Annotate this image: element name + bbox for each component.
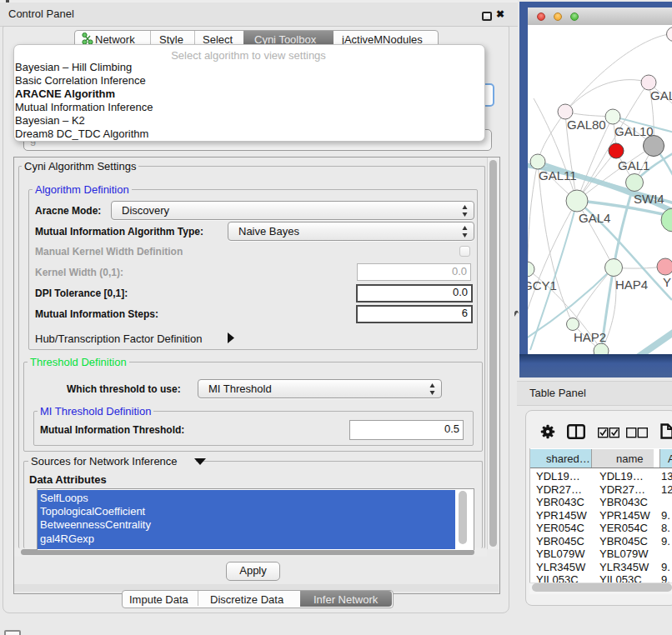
svg-text:SWI4: SWI4 (634, 192, 664, 206)
svg-text:HAP4: HAP4 (615, 278, 648, 292)
svg-text:HAP2: HAP2 (574, 330, 606, 344)
svg-text:Y: Y (663, 275, 671, 289)
svg-text:GAL1: GAL1 (618, 158, 649, 172)
svg-text:GAL10: GAL10 (614, 124, 654, 138)
svg-text:GAL80: GAL80 (567, 118, 606, 132)
svg-text:GAL4: GAL4 (579, 211, 610, 225)
svg-text:GAL11: GAL11 (539, 168, 577, 182)
svg-text:GCY1: GCY1 (528, 278, 557, 292)
svg-text:GAL2: GAL2 (650, 88, 672, 102)
